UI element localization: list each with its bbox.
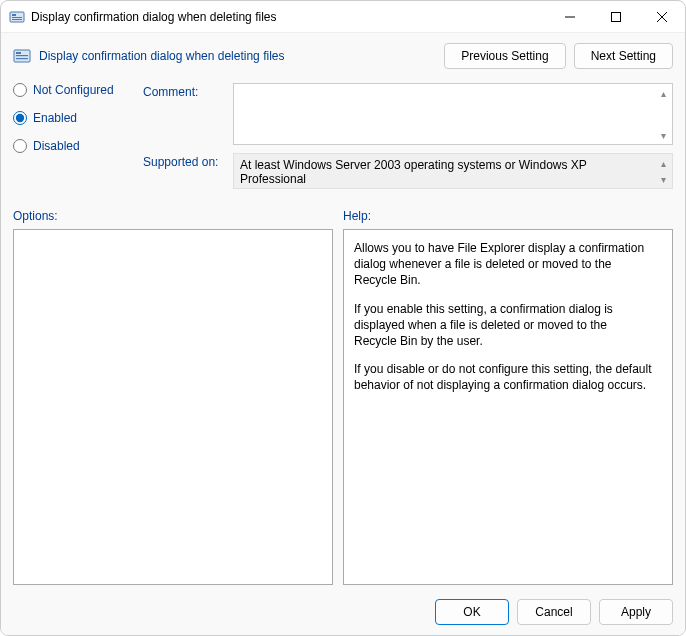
next-setting-button[interactable]: Next Setting <box>574 43 673 69</box>
ok-button[interactable]: OK <box>435 599 509 625</box>
svg-line-6 <box>657 12 667 22</box>
scroll-up-icon: ▴ <box>656 86 670 100</box>
svg-rect-1 <box>12 14 16 16</box>
cancel-button[interactable]: Cancel <box>517 599 591 625</box>
options-panel <box>13 229 333 585</box>
radio-enabled-label: Enabled <box>33 111 77 125</box>
dialog-footer: OK Cancel Apply <box>13 597 673 625</box>
minimize-button[interactable] <box>547 1 593 32</box>
supported-on-value-box: At least Windows Server 2003 operating s… <box>233 153 673 189</box>
comment-label: Comment: <box>143 83 225 99</box>
svg-rect-11 <box>16 58 28 59</box>
help-paragraph: If you enable this setting, a confirmati… <box>354 301 652 350</box>
policy-icon <box>13 47 31 65</box>
radio-not-configured[interactable]: Not Configured <box>13 83 131 97</box>
svg-rect-2 <box>12 17 22 18</box>
scroll-down-icon: ▾ <box>656 172 670 186</box>
help-label: Help: <box>343 209 371 223</box>
close-button[interactable] <box>639 1 685 32</box>
scroll-down-icon: ▾ <box>656 128 670 142</box>
svg-line-7 <box>657 12 667 22</box>
options-label: Options: <box>13 209 333 223</box>
svg-rect-5 <box>612 12 621 21</box>
help-paragraph: Allows you to have File Explorer display… <box>354 240 652 289</box>
policy-editor-icon <box>9 9 25 25</box>
supported-on-label: Supported on: <box>143 153 225 169</box>
svg-rect-10 <box>16 55 28 56</box>
radio-not-configured-label: Not Configured <box>33 83 114 97</box>
state-radio-group: Not Configured Enabled Disabled <box>13 83 131 167</box>
comment-textarea[interactable]: ▴ ▾ <box>233 83 673 145</box>
svg-rect-3 <box>12 19 22 20</box>
svg-rect-9 <box>16 52 21 54</box>
window-title: Display confirmation dialog when deletin… <box>31 10 547 24</box>
supported-on-value: At least Windows Server 2003 operating s… <box>240 158 587 186</box>
help-panel: Allows you to have File Explorer display… <box>343 229 673 585</box>
window-controls <box>547 1 685 32</box>
maximize-button[interactable] <box>593 1 639 32</box>
previous-setting-button[interactable]: Previous Setting <box>444 43 565 69</box>
radio-disabled-label: Disabled <box>33 139 80 153</box>
scroll-up-icon: ▴ <box>656 156 670 170</box>
radio-enabled[interactable]: Enabled <box>13 111 131 125</box>
titlebar: Display confirmation dialog when deletin… <box>1 1 685 33</box>
apply-button[interactable]: Apply <box>599 599 673 625</box>
policy-header: Display confirmation dialog when deletin… <box>13 43 673 69</box>
policy-title: Display confirmation dialog when deletin… <box>39 49 436 63</box>
help-paragraph: If you disable or do not configure this … <box>354 361 652 393</box>
radio-disabled[interactable]: Disabled <box>13 139 131 153</box>
